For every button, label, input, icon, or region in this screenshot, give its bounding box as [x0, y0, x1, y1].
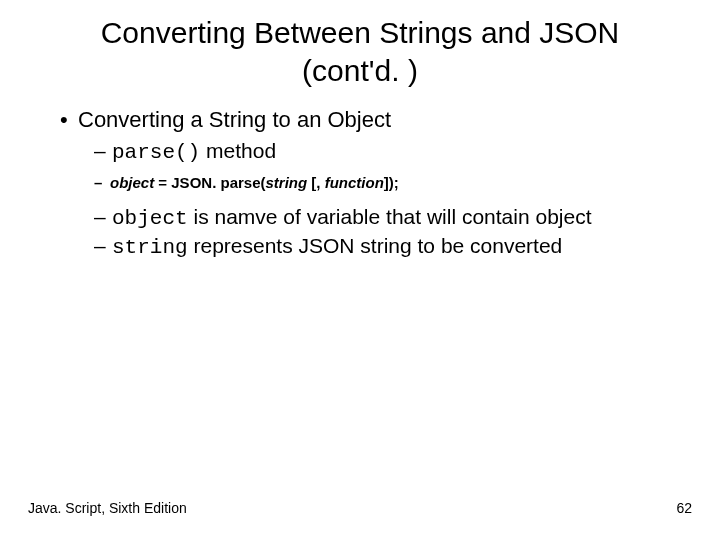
syntax-string: string [266, 174, 308, 191]
bullet-level-1: •Converting a String to an Object [36, 107, 684, 133]
syntax-end: ]); [384, 174, 399, 191]
text-string-desc: represents JSON string to be converted [188, 234, 563, 257]
dash-icon: – [94, 139, 112, 163]
footer-book-title: Java. Script, Sixth Edition [28, 500, 187, 516]
dash-icon: – [94, 205, 112, 229]
title-line-2: (cont'd. ) [302, 54, 418, 87]
code-parse: parse() [112, 141, 200, 164]
bullet-level-2-object-desc: –object is namve of variable that will c… [36, 191, 684, 230]
code-object: object [112, 207, 188, 230]
footer-page-number: 62 [676, 500, 692, 516]
syntax-mid1: = JSON. parse( [154, 174, 265, 191]
syntax-object: object [110, 174, 154, 191]
dash-icon: – [94, 234, 112, 258]
code-string: string [112, 236, 188, 259]
syntax-function: function [325, 174, 384, 191]
bullet-level-2-syntax: –object = JSON. parse(string [, function… [36, 164, 684, 191]
title-line-1: Converting Between Strings and JSON [101, 16, 620, 49]
bullet-level-2-parse: –parse() method [36, 133, 684, 164]
slide-title: Converting Between Strings and JSON (con… [0, 0, 720, 89]
syntax-mid2: [, [307, 174, 325, 191]
bullet-dot-icon: • [60, 107, 78, 133]
text-object-desc: is namve of variable that will contain o… [188, 205, 592, 228]
bullet-level-2-string-desc: –string represents JSON string to be con… [36, 230, 684, 259]
lvl1-text: Converting a String to an Object [78, 107, 391, 132]
slide-body: •Converting a String to an Object –parse… [0, 89, 720, 259]
slide: Converting Between Strings and JSON (con… [0, 0, 720, 540]
text-method: method [200, 139, 276, 162]
dash-icon: – [94, 174, 110, 191]
